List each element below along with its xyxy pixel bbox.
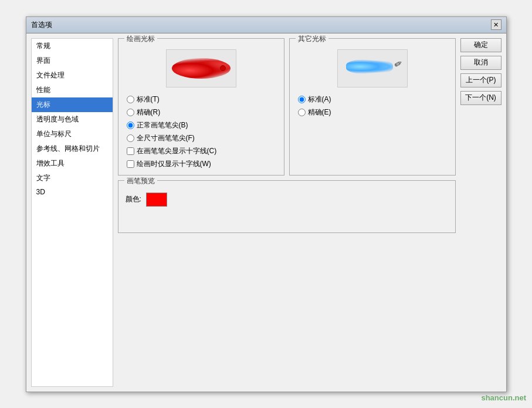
checkbox-draw-crosshair-w-input[interactable] xyxy=(127,160,134,168)
radio-normal-brush-b-label: 正常画笔笔尖(B) xyxy=(137,120,188,130)
ok-button[interactable]: 确定 xyxy=(460,38,501,52)
color-swatch[interactable] xyxy=(146,193,167,207)
checkbox-draw-crosshair-w-label: 绘画时仅显示十字线(W) xyxy=(137,159,211,169)
cancel-button[interactable]: 取消 xyxy=(460,56,501,70)
title-bar: 首选项 ✕ xyxy=(26,17,506,33)
radio-precise-e-input[interactable] xyxy=(298,109,306,116)
checkbox-draw-crosshair-w[interactable]: 绘画时仅显示十字线(W) xyxy=(127,159,278,169)
other-cursor-options: 标准(A) 精确(E) xyxy=(296,95,449,117)
sidebar-item[interactable]: 界面 xyxy=(32,53,113,68)
checkbox-crosshair-c[interactable]: 在画笔笔尖显示十字线(C) xyxy=(127,146,278,156)
sidebar-item[interactable]: 单位与标尺 xyxy=(32,127,113,141)
brush-dot-red xyxy=(220,65,226,71)
brush-preview-title: 画笔预览 xyxy=(124,176,157,186)
prev-button[interactable]: 上一个(P) xyxy=(460,73,501,87)
brush-stroke-red xyxy=(172,58,231,79)
dialog-body: 常规界面文件处理性能光标透明度与色域单位与标尺参考线、网格和切片增效工具文字3D… xyxy=(26,33,506,392)
dialog-title: 首选项 xyxy=(31,20,52,30)
radio-full-size-brush-f[interactable]: 全尺寸画笔笔尖(F) xyxy=(127,133,278,143)
sidebar-item[interactable]: 透明度与色域 xyxy=(32,112,113,127)
radio-precise-r-input[interactable] xyxy=(127,109,134,116)
radio-full-size-brush-f-input[interactable] xyxy=(127,134,134,142)
top-panels: 绘画光标 标准(T) 精确(R) xyxy=(118,38,456,176)
sidebar-item[interactable]: 文字 xyxy=(32,171,113,186)
radio-normal-brush-b-input[interactable] xyxy=(127,122,134,129)
radio-precise-e[interactable]: 精确(E) xyxy=(298,107,449,117)
close-button[interactable]: ✕ xyxy=(491,19,501,30)
color-preview-row: 颜色: xyxy=(126,193,448,207)
radio-precise-e-label: 精确(E) xyxy=(308,107,331,117)
radio-standard-a-label: 标准(A) xyxy=(308,95,331,104)
radio-standard-t-input[interactable] xyxy=(127,96,134,103)
sidebar-item[interactable]: 3D xyxy=(32,186,113,198)
main-content: 绘画光标 标准(T) 精确(R) xyxy=(118,38,456,387)
radio-precise-r[interactable]: 精确(R) xyxy=(127,107,278,117)
other-cursor-title: 其它光标 xyxy=(296,34,328,44)
sidebar-item[interactable]: 光标 xyxy=(32,97,113,112)
preferences-dialog: 首选项 ✕ 常规界面文件处理性能光标透明度与色域单位与标尺参考线、网格和切片增效… xyxy=(26,16,507,392)
radio-standard-a[interactable]: 标准(A) xyxy=(298,95,449,104)
radio-normal-brush-b[interactable]: 正常画笔笔尖(B) xyxy=(127,120,278,130)
checkbox-crosshair-c-label: 在画笔笔尖显示十字线(C) xyxy=(137,146,217,156)
radio-standard-a-input[interactable] xyxy=(298,96,306,103)
sidebar-item[interactable]: 性能 xyxy=(32,83,113,97)
sidebar-item[interactable]: 增效工具 xyxy=(32,156,113,171)
next-button[interactable]: 下一个(N) xyxy=(460,91,501,105)
radio-precise-r-label: 精确(R) xyxy=(137,107,161,117)
radio-full-size-brush-f-label: 全尺寸画笔笔尖(F) xyxy=(137,133,195,143)
drawing-cursor-preview xyxy=(166,49,236,87)
radio-standard-t-label: 标准(T) xyxy=(137,95,160,104)
sidebar: 常规界面文件处理性能光标透明度与色域单位与标尺参考线、网格和切片增效工具文字3D xyxy=(31,38,113,387)
pencil-icon: ✏ xyxy=(392,57,404,70)
drawing-cursor-options: 标准(T) 精确(R) 正常画笔笔尖(B) 全尺寸画笔笔尖(F) xyxy=(124,95,278,169)
sidebar-item[interactable]: 参考线、网格和切片 xyxy=(32,141,113,156)
sidebar-item[interactable]: 常规 xyxy=(32,39,113,53)
other-cursor-preview: ✏ xyxy=(337,49,408,87)
radio-standard-t[interactable]: 标准(T) xyxy=(127,95,278,104)
drawing-cursor-title: 绘画光标 xyxy=(124,34,157,44)
sidebar-item[interactable]: 文件处理 xyxy=(32,68,113,83)
checkbox-crosshair-c-input[interactable] xyxy=(127,147,134,155)
brush-stroke-blue: ✏ xyxy=(346,59,399,77)
drawing-cursor-panel: 绘画光标 标准(T) 精确(R) xyxy=(118,38,284,176)
brush-stroke-blue-inner xyxy=(346,59,393,74)
brush-preview-panel: 画笔预览 颜色: xyxy=(118,180,456,233)
watermark-text: shancun.net xyxy=(481,393,526,402)
right-buttons: 确定 取消 上一个(P) 下一个(N) xyxy=(460,38,501,387)
watermark: shancun.net xyxy=(481,393,526,402)
other-cursor-panel: 其它光标 ✏ 标准(A) 精确 xyxy=(289,38,456,176)
color-label: 颜色: xyxy=(126,194,141,204)
